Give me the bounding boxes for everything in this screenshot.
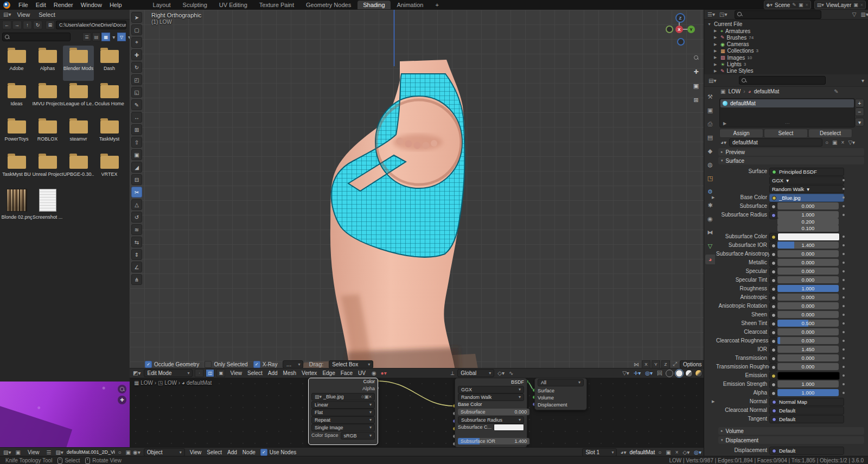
tool-inset[interactable]: ▣ (131, 149, 142, 160)
menu-window[interactable]: Window (77, 1, 106, 9)
prop-widget[interactable]: 0.000 (777, 268, 839, 275)
gizmo-z-axis[interactable]: Z (675, 13, 685, 23)
visibility-filter-icon[interactable]: ▽▾ (621, 370, 630, 376)
tab-tool[interactable]: ⚒ (705, 92, 715, 101)
mirror-z-button[interactable]: Z (661, 360, 670, 368)
file-browser-select-menu[interactable]: Select (35, 11, 59, 18)
image-editor[interactable]: ✚ (0, 382, 130, 447)
bsdf-row-5[interactable]: Subsurface C... (458, 424, 524, 430)
shader-material-name[interactable]: defaultMat (629, 449, 655, 455)
tool-edge-slide[interactable]: ⇆ (131, 237, 142, 247)
menu-help[interactable]: Help (106, 1, 126, 9)
shading-material-icon[interactable] (685, 370, 693, 377)
overlay-toggle-icon[interactable]: ◎▾ (693, 449, 703, 455)
slot-specials-button[interactable]: ▾ (855, 118, 864, 126)
image-browse-icon[interactable]: ▨▾ (54, 449, 64, 455)
file-browser-view-menu[interactable]: View (13, 11, 34, 18)
copy-material-icon[interactable]: ▣ (665, 449, 672, 455)
prop-widget[interactable]: 1.450 (777, 346, 839, 353)
snap-icon[interactable]: ◇▾ (682, 449, 691, 455)
tool-bevel[interactable]: ◢ (131, 162, 142, 173)
prop-widget[interactable]: _Blue.jpg (769, 194, 844, 202)
mirror-y-button[interactable]: Y (652, 360, 660, 368)
pin-icon[interactable]: ✎ (792, 2, 796, 8)
forward-button[interactable]: → (12, 21, 22, 29)
image-node-field[interactable]: Linear▾ (311, 401, 375, 409)
folder-item[interactable]: Ideas (1, 81, 32, 116)
tab-sculpting[interactable]: Sculpting (177, 1, 213, 9)
shading-solid-icon[interactable] (675, 370, 683, 377)
show-gizmo-icon[interactable]: ✛▾ (633, 370, 642, 376)
ortho-toggle-icon[interactable]: ⊞ (692, 96, 700, 104)
tab-layout[interactable]: Layout (148, 1, 176, 9)
bsdf-row-1[interactable]: Random Walk▾ (458, 393, 524, 401)
select-button[interactable]: Select (764, 129, 808, 138)
material-fake-user-icon[interactable]: ○ (824, 139, 829, 145)
menu-edit[interactable]: Edit (32, 1, 50, 9)
prop-widget[interactable]: Principled BSDF (769, 168, 844, 176)
outliner-search-input[interactable] (735, 10, 821, 19)
expand-icon[interactable]: ▶ (712, 195, 714, 200)
image-fake-user-icon[interactable]: ○ (117, 449, 123, 455)
prop-widget[interactable]: 0.000 (777, 276, 839, 283)
outliner-item-collections[interactable]: ▶▦Collections3 (714, 48, 758, 54)
tab-scene[interactable]: ◆ (705, 146, 715, 156)
expand-icon[interactable]: ▶ (712, 399, 714, 404)
bsdf-row-0[interactable]: GGX▾ (458, 386, 524, 393)
prop-widget[interactable]: 1.400 (777, 241, 839, 249)
path-field[interactable]: C:\Users\alexr\OneDrive\Documents\ (56, 21, 126, 29)
camera-view-icon[interactable]: ▣ (692, 81, 700, 90)
tool-rip[interactable]: ⋔ (131, 274, 142, 285)
file-search-input[interactable] (2, 33, 71, 41)
folder-item[interactable]: PowerToys (1, 116, 32, 151)
proportional-falloff-icon[interactable]: ∿ (508, 370, 514, 376)
tool-add-cube[interactable]: ⊞ (131, 124, 142, 135)
tool-move[interactable]: ✚ (131, 49, 142, 60)
material-name-field[interactable]: defaultMat (729, 138, 822, 147)
tab-data[interactable]: ▽ (705, 241, 715, 251)
shader-menu-node[interactable]: Node (240, 449, 258, 455)
list-view-button[interactable]: ☰ (82, 33, 91, 41)
bsdf-row-4[interactable]: Subsurface Radius▾ (458, 416, 524, 424)
tab-texture-paint[interactable]: Texture Paint (254, 1, 299, 9)
outliner-item-armatures[interactable]: ▶⌖Armatures (714, 28, 750, 34)
color-swatch[interactable] (494, 424, 524, 431)
image-node-field[interactable]: Repeat▾ (311, 416, 375, 424)
prop-widget[interactable]: 1.000 (777, 389, 839, 396)
folder-item[interactable]: UPBGE-0.30... (63, 151, 94, 187)
tab-shading[interactable]: Shading (358, 1, 390, 9)
material-unlink-icon[interactable]: × (840, 139, 846, 145)
expand-icon[interactable]: ▶ (714, 42, 718, 47)
edge-select-mode[interactable]: ◫ (206, 369, 214, 377)
use-nodes-checkbox[interactable]: ✓Use Nodes (260, 449, 296, 456)
shading-rendered-icon[interactable] (695, 370, 703, 377)
expand-icon[interactable]: ▶ (714, 62, 718, 67)
zoom-icon[interactable] (692, 53, 700, 62)
viewport-menu-view[interactable]: View (227, 370, 245, 376)
shader-mode-dropdown[interactable]: Object▾ (144, 448, 185, 456)
tool-rotate[interactable]: ↻ (131, 62, 142, 73)
prop-widget[interactable]: Random Walk▾ (769, 185, 844, 193)
outliner-item-images[interactable]: ▶▨Images10 (714, 54, 752, 61)
tab-animation[interactable]: Animation (392, 1, 429, 9)
folder-item[interactable]: Dash (94, 46, 125, 81)
menu-render[interactable]: Render (50, 1, 77, 9)
viewport-menu-vertex[interactable]: Vertex (299, 370, 320, 376)
menu-file[interactable]: File (15, 1, 32, 9)
outliner-scope-icon[interactable]: ◳▾ (718, 11, 728, 17)
material-slot-row[interactable]: defaultMat (720, 99, 854, 107)
folder-item[interactable]: Adobe (1, 46, 32, 81)
viewport-menu-edge[interactable]: Edge (320, 370, 337, 376)
image-texture-node[interactable]: Color Alpha ▨▾ _Blue.jpg ○▣× Linear▾Flat… (308, 378, 378, 445)
prop-widget[interactable]: Default (769, 406, 844, 415)
pan-hand-icon[interactable]: ✚ (692, 67, 700, 76)
prop-widget[interactable]: 0.000 (777, 302, 839, 309)
tool-options-dropdown[interactable]: Options▾ (680, 360, 704, 368)
folder-item[interactable]: Unreal Projects (32, 151, 63, 187)
tool-cursor[interactable]: ⌖ (131, 37, 142, 48)
back-button[interactable]: ← (2, 21, 11, 29)
tool-shrink-fatten[interactable]: ⇕ (131, 249, 142, 260)
snap-mode-dropdown[interactable]: …▾ (283, 360, 303, 368)
viewport-3d[interactable]: Right Orthographic (1) LOW ➤▢⌖✚↻◰◱✎↔⊞⇧▣◢… (130, 10, 704, 378)
prop-widget[interactable]: 0.000 (777, 363, 839, 370)
